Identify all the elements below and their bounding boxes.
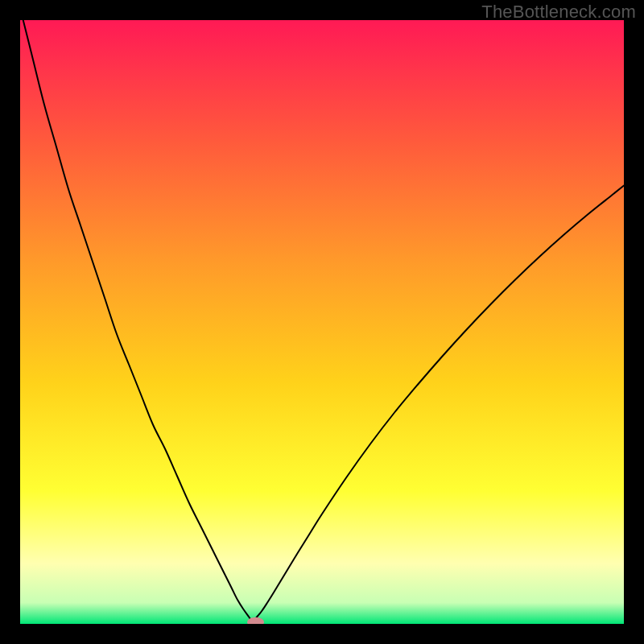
chart-frame: TheBottleneck.com <box>0 0 644 644</box>
chart-svg <box>20 20 624 624</box>
chart-background <box>20 20 624 624</box>
